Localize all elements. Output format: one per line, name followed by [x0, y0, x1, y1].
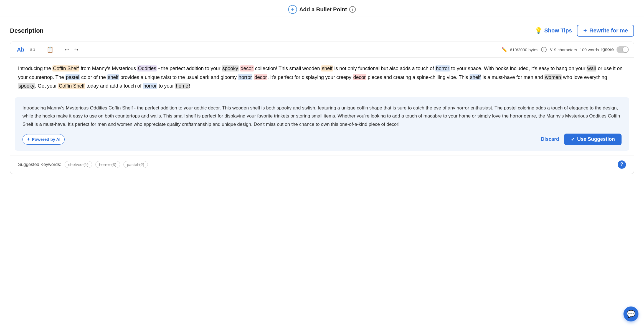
check-icon: ✓ [571, 136, 575, 142]
show-tips-label: Show Tips [544, 27, 572, 34]
highlight-horror-2: horror [238, 74, 252, 80]
highlight-horror-3: horror [143, 83, 157, 89]
highlight-decor-1: decor [240, 65, 254, 71]
ai-sparkle-icon: ✦ [27, 136, 30, 143]
highlight-horror-1: horror [435, 65, 450, 71]
editor-text-area[interactable]: Introducing the Coffin Shelf from Manny'… [10, 58, 634, 97]
keyword-shelves: shelves (1) [65, 161, 92, 168]
use-suggestion-button[interactable]: ✓ Use Suggestion [564, 134, 622, 145]
byte-count: 619/2000 bytes [510, 47, 539, 52]
discard-button[interactable]: Discard [541, 136, 559, 142]
toolbar-divider-2 [59, 46, 59, 53]
ai-suggestion-footer: ✦ Powered by AI Discard ✓ Use Suggestion [22, 134, 622, 145]
count-info-icon[interactable]: i [541, 47, 547, 52]
add-bullet-button[interactable]: + Add a Bullet Point i [288, 5, 356, 14]
keyword-pastel: pastel (2) [123, 161, 148, 168]
add-bullet-label: Add a Bullet Point [299, 6, 347, 13]
toolbar-divider [41, 46, 41, 53]
editor-paragraph: Introducing the Coffin Shelf from Manny'… [18, 64, 626, 91]
ignore-section: Ignore [601, 46, 629, 53]
copy-button[interactable]: 📋 [45, 45, 55, 54]
rewrite-button[interactable]: ✦ Rewrite for me [577, 25, 634, 37]
doc-icon: 📋 [47, 47, 54, 53]
highlight-spooky: spooky [222, 65, 239, 71]
highlight-decor-3: decor [353, 74, 366, 80]
undo-button[interactable]: ↩ [63, 46, 70, 54]
highlight-shelf-3: shelf [470, 74, 481, 80]
ai-suggestion-text: Introducing Manny's Mysterious Oddities … [22, 104, 622, 129]
highlight-coffin-shelf-2: Coffin Shelf [58, 83, 85, 89]
ignore-toggle[interactable] [617, 46, 629, 53]
main-content: Description 💡 Show Tips ✦ Rewrite for me… [0, 17, 644, 174]
ab-lower-label: ab [30, 47, 35, 52]
show-tips-button[interactable]: 💡 Show Tips [535, 27, 572, 34]
highlight-spooky-2: spooky [18, 83, 35, 89]
highlight-oddities: Oddities [137, 65, 157, 71]
editor-toolbar: Ab ab 📋 ↩ ↪ ✏️ 619/2000 bytes i 619 char… [10, 42, 634, 58]
use-suggestion-label: Use Suggestion [577, 136, 615, 142]
sparkle-icon: ✦ [583, 28, 587, 34]
highlight-women: women [544, 74, 562, 80]
section-header: Description 💡 Show Tips ✦ Rewrite for me [10, 25, 634, 37]
rewrite-label: Rewrite for me [589, 27, 628, 34]
description-label: Description [10, 27, 44, 34]
highlight-decor-2: decor [254, 74, 267, 80]
highlight-shelf-1: shelf [321, 65, 333, 71]
keywords-label: Suggested Keywords: [18, 162, 61, 167]
highlight-home: home [175, 83, 189, 89]
info-icon[interactable]: i [349, 6, 356, 13]
undo-icon: ↩ [65, 47, 69, 52]
powered-by-ai-label: Powered by AI [32, 136, 60, 143]
char-count: ✏️ 619/2000 bytes i 619 characters 109 w… [501, 47, 599, 53]
plus-icon: + [288, 5, 297, 14]
header-actions: 💡 Show Tips ✦ Rewrite for me [535, 25, 634, 37]
character-count: 619 characters [549, 47, 577, 52]
ab-upper-label: Ab [17, 47, 24, 53]
ignore-label: Ignore [601, 47, 614, 52]
suggested-keywords: Suggested Keywords: shelves (1) horror (… [10, 155, 634, 174]
powered-by-ai-badge: ✦ Powered by AI [22, 134, 65, 145]
highlight-coffin-shelf: Coffin Shelf [52, 65, 79, 71]
word-count: 109 words [580, 47, 599, 52]
editor-container: Ab ab 📋 ↩ ↪ ✏️ 619/2000 bytes i 619 char… [10, 42, 634, 174]
redo-icon: ↪ [74, 47, 78, 52]
highlight-pastel: pastel [65, 74, 80, 80]
format-ab-upper-button[interactable]: Ab [15, 45, 26, 54]
ai-actions: Discard ✓ Use Suggestion [541, 134, 622, 145]
top-bar: + Add a Bullet Point i [0, 0, 644, 17]
format-ab-lower-button[interactable]: ab [28, 46, 37, 53]
ai-suggestion-box: Introducing Manny's Mysterious Oddities … [15, 97, 629, 151]
highlight-shelf-2: shelf [107, 74, 119, 80]
keywords-help-icon[interactable]: ? [618, 160, 626, 169]
redo-button[interactable]: ↪ [73, 46, 80, 54]
highlight-wall: wall [587, 65, 596, 71]
pencil-icon: ✏️ [501, 47, 507, 53]
bulb-icon: 💡 [535, 27, 542, 34]
keyword-horror: horror (3) [95, 161, 120, 168]
